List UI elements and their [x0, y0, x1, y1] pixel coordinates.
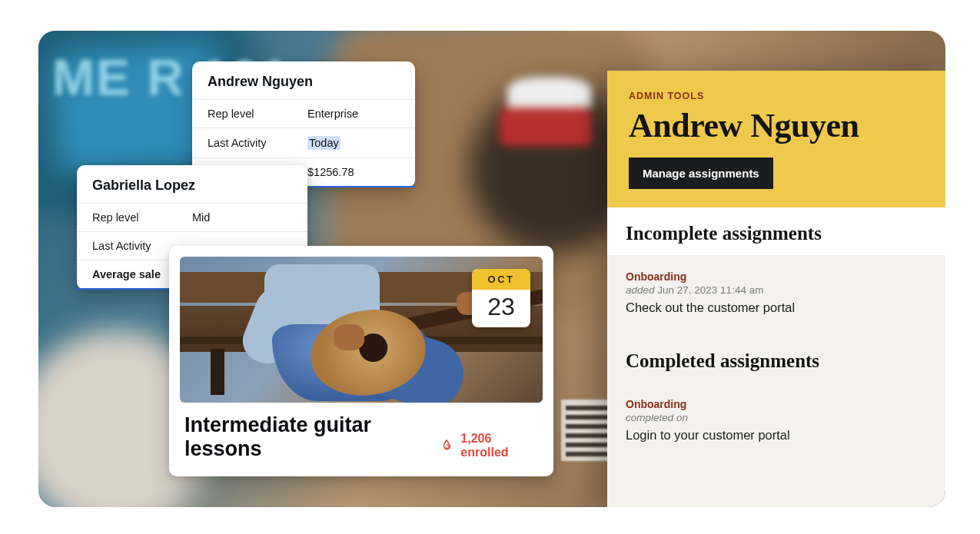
admin-eyebrow: ADMIN TOOLS — [629, 91, 924, 101]
profile-name: Andrew Nguyen — [192, 61, 415, 99]
profile-name: Gabriella Lopez — [77, 165, 307, 203]
enrolled-count: 1,206 enrolled — [460, 432, 538, 459]
bg-blob — [507, 77, 592, 108]
admin-user-name: Andrew Nguyen — [629, 106, 924, 145]
profile-row-label: Rep level — [208, 108, 307, 120]
profile-row-last-activity[interactable]: Last Activity Today — [192, 128, 415, 158]
profile-row-value: Mid — [192, 211, 210, 224]
admin-panel: ADMIN TOOLS Andrew Nguyen Manage assignm… — [607, 71, 945, 507]
profile-row-value: $1256.78 — [307, 166, 354, 178]
assignment-tag: Onboarding — [626, 270, 927, 283]
assignment-meta: added Jun 27, 2023 11:44 am — [626, 284, 927, 296]
assignment-item[interactable]: Onboarding added Jun 27, 2023 11:44 am C… — [607, 255, 945, 335]
profile-row-rep-level[interactable]: Rep level Enterprise — [192, 99, 415, 128]
date-day: 23 — [472, 290, 530, 327]
enrolled-stat: 1,206 enrolled — [440, 432, 538, 459]
lesson-card[interactable]: OCT 23 Intermediate guitar lessons 1,206… — [169, 246, 553, 476]
section-title-completed: Completed assignments — [607, 335, 945, 383]
flame-icon — [440, 438, 454, 453]
section-title-incomplete: Incomplete assignments — [607, 207, 945, 255]
date-month: OCT — [472, 269, 530, 290]
lesson-hero-image: OCT 23 — [180, 257, 543, 403]
canvas: ME R 101 Andrew Nguyen Rep level Enterpr… — [38, 31, 945, 507]
assignment-tag: Onboarding — [626, 398, 927, 410]
assignment-item[interactable]: Onboarding completed on Login to your cu… — [607, 383, 945, 463]
profile-row-value: Enterprise — [307, 108, 358, 120]
profile-row-value: Today — [307, 136, 341, 150]
admin-header: ADMIN TOOLS Andrew Nguyen Manage assignm… — [607, 71, 945, 207]
assignment-title: Check out the customer portal — [626, 300, 927, 315]
assignment-meta: completed on — [626, 412, 927, 423]
profile-row-rep-level[interactable]: Rep level Mid — [77, 203, 307, 231]
date-badge: OCT 23 — [472, 269, 530, 327]
lesson-title: Intermediate guitar lessons — [184, 413, 440, 461]
manage-assignments-button[interactable]: Manage assignments — [629, 158, 773, 189]
profile-row-label: Last Activity — [208, 137, 307, 149]
assignment-title: Login to your customer portal — [626, 428, 927, 443]
profile-row-label: Rep level — [92, 211, 192, 224]
